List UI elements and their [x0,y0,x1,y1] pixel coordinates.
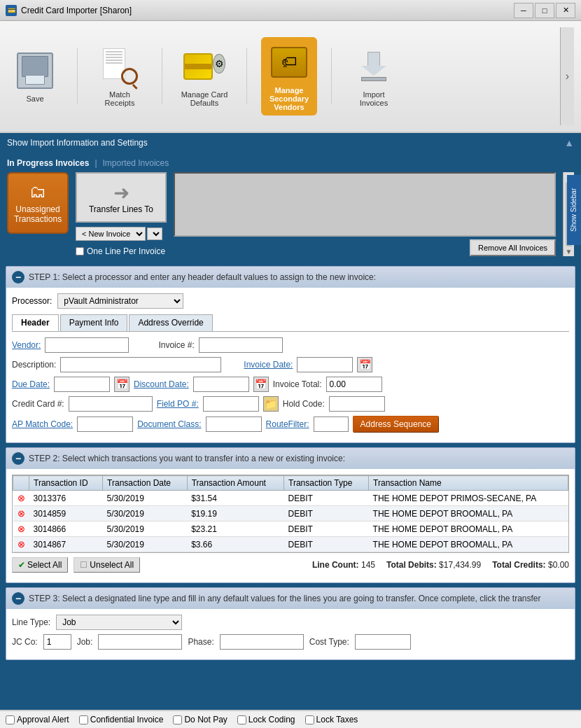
linetype-select[interactable]: Job [56,615,182,630]
vendors-icon: 🏷 [268,41,310,83]
one-line-checkbox[interactable] [76,247,84,255]
lock-taxes-input[interactable] [305,715,314,724]
do-not-pay-check[interactable]: Do Not Pay [173,715,227,724]
discount-date-input[interactable] [193,377,249,392]
due-date-cal-button[interactable]: 📅 [114,377,130,392]
discount-date-label[interactable]: Discount Date: [134,379,189,389]
show-sidebar-button[interactable]: Show Sidebar [567,175,581,245]
step3-collapse-button[interactable]: − [12,592,24,605]
unselect-all-icon: ☐ [80,560,88,570]
right-toolbar-scroll[interactable]: › [560,27,574,125]
cost-type-input[interactable] [355,634,411,650]
table-row[interactable]: ⊗ 3014867 5/30/2019 $3.66 DEBIT THE HOME… [13,537,568,552]
lock-taxes-label: Lock Taxes [316,715,358,724]
remove-all-button[interactable]: Remove All Invoices [470,239,556,256]
manage-card-label: Manage Card Defaults [179,90,230,107]
import-invoices-label: Import Invoices [349,90,399,107]
manage-card-toolbar-item[interactable]: ⚙ Manage Card Defaults [176,43,232,110]
toolbar: Save Match Receipts ⚙ Manage Car [0,21,581,133]
invoice-date-label[interactable]: Invoice Date: [244,360,293,370]
tab-payment-info[interactable]: Payment Info [60,314,128,331]
col-transaction-date: Transaction Date [103,476,188,491]
step1-collapse-button[interactable]: − [12,271,24,284]
line-count-label: Line Count: 145 [312,560,375,570]
due-date-label[interactable]: Due Date: [12,379,50,389]
doc-class-label[interactable]: Document Class: [137,419,201,429]
tab-header[interactable]: Header [12,314,59,331]
minimize-button[interactable]: ─ [514,3,533,18]
match-receipts-toolbar-item[interactable]: Match Receipts [92,43,148,110]
ap-match-input[interactable] [77,416,133,432]
maximize-button[interactable]: □ [535,3,554,18]
approval-alert-check[interactable]: Approval Alert [6,715,69,724]
field-po-input[interactable] [203,396,259,412]
address-sequence-button[interactable]: Address Sequence [353,416,439,433]
unassigned-button[interactable]: 🗂 Unassigned Transactions [7,172,69,234]
transfer-button[interactable]: ➜ Transfer Lines To [76,172,167,223]
imported-tab[interactable]: Imported Invoices [103,158,169,168]
transaction-type: DEBIT [284,491,369,506]
job-label: Job: [77,637,93,647]
transaction-type: DEBIT [284,522,369,537]
table-row[interactable]: ⊗ 3014866 5/30/2019 $23.21 DEBIT THE HOM… [13,522,568,537]
credit-card-input[interactable] [69,396,153,412]
unselect-all-button[interactable]: ☐ Unselect All [74,557,140,573]
import-info-bar[interactable]: Show Import Information and Settings ▲ [0,133,581,153]
table-row[interactable]: ⊗ 3014859 5/30/2019 $19.19 DEBIT THE HOM… [13,506,568,522]
invoice-date-input[interactable] [297,357,353,372]
in-progress-tab[interactable]: In Progress Invoices [7,158,89,168]
invoice-total-input[interactable] [326,377,382,392]
save-toolbar-item[interactable]: Save [7,47,63,106]
select-row: ✔ Select All ☐ Unselect All Line Count: … [12,553,569,577]
route-filter-input[interactable] [314,416,349,432]
jc-co-input[interactable] [43,634,71,650]
route-filter-label[interactable]: RouteFilter: [266,419,309,429]
step3-body: Line Type: Job JC Co: Job: Phase: Cost T… [6,609,575,659]
new-invoice-dropdown-btn[interactable]: ▼ [147,227,162,240]
due-date-input[interactable] [54,377,110,392]
new-invoice-row: < New Invoice > ▼ [76,227,167,241]
transaction-name: THE HOME DEPOT BROOMALL, PA [369,537,568,552]
invoice-date-cal-button[interactable]: 📅 [357,357,372,372]
manage-vendors-toolbar-item[interactable]: 🏷 Manage Secondary Vendors [261,37,317,115]
processor-select[interactable]: pVault Administrator [57,293,183,309]
field-po-label[interactable]: Field PO #: [157,399,199,409]
bottom-fields-row: JC Co: Job: Phase: Cost Type: [12,634,569,650]
field-po-folder-button[interactable]: 📁 [263,396,279,412]
select-all-button[interactable]: ✔ Select All [12,557,68,573]
invoice-num-input[interactable] [199,337,283,353]
close-button[interactable]: ✕ [556,3,575,18]
tab-address-override[interactable]: Address Override [129,314,212,331]
job-input[interactable] [98,634,182,650]
divider-4 [331,48,332,104]
divider-2 [162,48,162,104]
new-invoice-select[interactable]: < New Invoice > [76,227,146,241]
confidential-invoice-input[interactable] [79,715,88,724]
doc-class-input[interactable] [206,416,262,432]
lock-coding-input[interactable] [237,715,246,724]
ap-match-label[interactable]: AP Match Code: [12,419,73,429]
processor-label: Processor: [12,296,52,306]
approval-alert-input[interactable] [6,715,15,724]
step2-collapse-button[interactable]: − [12,452,24,465]
lock-coding-label: Lock Coding [248,715,295,724]
do-not-pay-input[interactable] [173,715,182,724]
description-input[interactable] [60,357,221,372]
phase-label: Phase: [188,637,214,647]
lock-coding-check[interactable]: Lock Coding [237,715,295,724]
import-invoices-toolbar-item[interactable]: Import Invoices [346,43,402,110]
vendor-input[interactable] [45,337,129,353]
transaction-date: 5/30/2019 [103,491,188,506]
discount-date-cal-button[interactable]: 📅 [253,377,269,392]
lock-taxes-check[interactable]: Lock Taxes [305,715,358,724]
form-row-4: Credit Card #: Field PO #: 📁 Hold Code: [12,396,569,412]
table-row[interactable]: ⊗ 3013376 5/30/2019 $31.54 DEBIT THE HOM… [13,491,568,506]
step2-header: − STEP 2: Select which transactions you … [6,448,575,469]
hold-code-input[interactable] [329,396,385,412]
phase-input[interactable] [220,634,304,650]
invoice-area: 🗂 Unassigned Transactions ➜ Transfer Lin… [7,172,574,256]
transaction-amount: $31.54 [187,491,284,506]
vendor-label[interactable]: Vendor: [12,340,41,350]
confidential-invoice-check[interactable]: Confidential Invoice [79,715,164,724]
linetype-row: Line Type: Job [12,615,569,630]
